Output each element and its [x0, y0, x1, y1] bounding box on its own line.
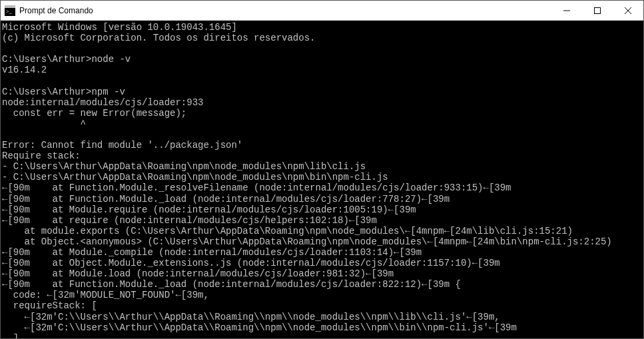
terminal-line: const err = new Error(message);	[2, 108, 643, 119]
terminal-line: at Object.<anonymous> (C:\Users\Arthur\A…	[2, 236, 643, 247]
terminal-line: ←[90m at Function.Module._resolveFilenam…	[2, 182, 643, 193]
window-title: Prompt de Comando	[19, 6, 93, 15]
cmd-window: >_ Prompt de Comando Microsoft Windows […	[0, 0, 644, 339]
terminal-line: Microsoft Windows [versão 10.0.19043.164…	[2, 22, 643, 33]
svg-text:>_: >_	[6, 9, 13, 15]
svg-rect-4	[595, 7, 601, 13]
terminal-line: ←[90m at Function.Module._load (node:int…	[2, 279, 643, 290]
terminal-line	[2, 129, 643, 140]
terminal-line: ←[90m at require (node:internal/modules/…	[2, 215, 643, 226]
terminal-line	[2, 43, 643, 54]
terminal-line: ←[90m at Module.load (node:internal/modu…	[2, 268, 643, 279]
terminal-line: node:internal/modules/cjs/loader:933	[2, 97, 643, 108]
terminal-line: ←[90m at Module._compile (node:internal/…	[2, 247, 643, 258]
minimize-button[interactable]	[551, 1, 582, 20]
terminal-line: ←[90m at Function.Module._load (node:int…	[2, 194, 643, 204]
terminal-line: ←[32m'C:\\Users\\Arthur\\AppData\\Roamin…	[2, 322, 643, 333]
terminal-line: - C:\Users\Arthur\AppData\Roaming\npm\no…	[2, 172, 643, 182]
terminal-line: Error: Cannot find module '../package.js…	[2, 140, 643, 151]
svg-rect-1	[5, 5, 15, 8]
close-button[interactable]	[613, 1, 643, 20]
terminal-line: C:\Users\Arthur>node -v	[2, 54, 643, 65]
terminal-line: ←[90m at Module.require (node:internal/m…	[2, 204, 643, 215]
titlebar-left: >_ Prompt de Comando	[1, 5, 93, 16]
terminal-line: ←[32m'C:\\Users\\Arthur\\AppData\\Roamin…	[2, 312, 643, 322]
terminal-line: ←[90m at Object.Module._extensions..js (…	[2, 258, 643, 268]
terminal-line: (c) Microsoft Corporation. Todos os dire…	[2, 33, 643, 43]
terminal-line: ^	[2, 119, 643, 129]
terminal-line: ]	[2, 333, 643, 338]
window-controls	[551, 1, 643, 20]
terminal-line: requireStack: [	[2, 300, 643, 311]
terminal-line	[2, 75, 643, 86]
cmd-icon: >_	[5, 5, 15, 16]
terminal-line: Require stack:	[2, 151, 643, 161]
terminal-line: - C:\Users\Arthur\AppData\Roaming\npm\no…	[2, 161, 643, 172]
terminal-line: at module.exports (C:\Users\Arthur\AppDa…	[2, 226, 643, 236]
titlebar[interactable]: >_ Prompt de Comando	[1, 1, 643, 21]
terminal-output[interactable]: Microsoft Windows [versão 10.0.19043.164…	[1, 21, 643, 338]
terminal-line: v16.14.2	[2, 65, 643, 75]
terminal-line: code: ←[32m'MODULE_NOT_FOUND'←[39m,	[2, 290, 643, 300]
maximize-button[interactable]	[582, 1, 613, 20]
terminal-line: C:\Users\Arthur>npm -v	[2, 87, 643, 97]
